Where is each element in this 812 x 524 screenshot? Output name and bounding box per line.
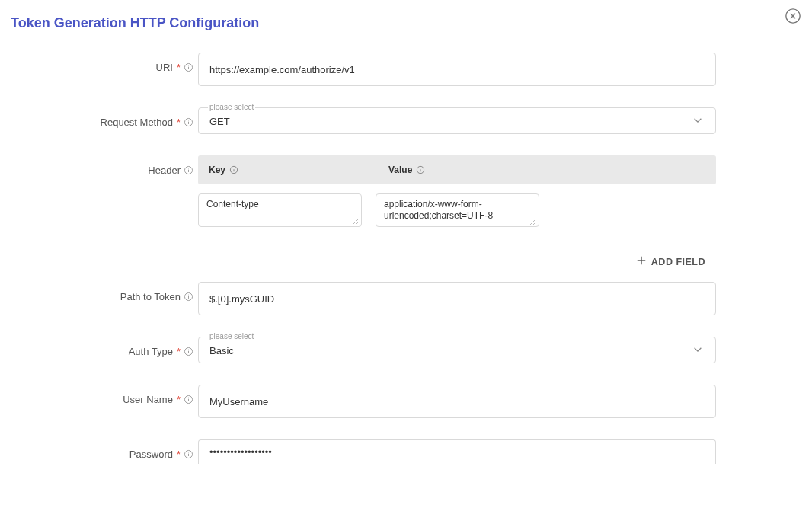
select-placeholder: please select	[208, 103, 255, 111]
info-icon[interactable]	[183, 117, 193, 128]
required-indicator: *	[177, 62, 181, 73]
svg-line-18	[353, 219, 359, 225]
info-icon[interactable]	[183, 292, 193, 302]
svg-point-29	[188, 349, 189, 350]
info-icon[interactable]	[183, 449, 193, 460]
select-placeholder: please select	[208, 332, 255, 340]
info-icon[interactable]	[183, 62, 193, 73]
user-name-input[interactable]	[198, 385, 716, 418]
svg-point-32	[188, 397, 189, 398]
svg-line-20	[530, 219, 536, 225]
required-indicator: *	[177, 117, 181, 128]
required-indicator: *	[177, 346, 181, 357]
required-indicator: *	[177, 394, 181, 405]
svg-line-21	[533, 222, 536, 225]
header-value-input[interactable]: application/x-www-form-urlencoded;charse…	[376, 193, 539, 227]
header-row: Content-type application/x-www-form-urle…	[198, 193, 716, 227]
add-field-button[interactable]: ADD FIELD	[636, 255, 705, 268]
user-name-label: User Name	[123, 394, 173, 405]
auth-type-label: Auth Type	[129, 346, 173, 357]
request-method-label: Request Method	[101, 117, 173, 128]
header-table-header: Key Value	[198, 155, 716, 184]
info-icon[interactable]	[229, 165, 239, 175]
info-icon[interactable]	[183, 165, 193, 176]
request-method-value: GET	[209, 113, 705, 127]
svg-point-11	[188, 168, 189, 168]
path-to-token-input[interactable]	[198, 282, 716, 315]
header-value-col: Value	[388, 165, 412, 175]
request-method-select[interactable]: please select GET	[198, 107, 716, 134]
auth-type-select[interactable]: please select Basic	[198, 337, 716, 363]
header-label: Header	[148, 165, 181, 176]
resize-handle-icon	[351, 216, 359, 224]
svg-point-17	[420, 168, 421, 168]
header-value-text: application/x-www-form-urlencoded;charse…	[384, 199, 493, 221]
page-title: Token Generation HTTP Configuration	[11, 15, 801, 31]
password-input[interactable]	[198, 439, 716, 464]
path-to-token-label: Path to Token	[120, 291, 181, 302]
resize-handle-icon	[529, 216, 536, 224]
plus-icon	[636, 255, 647, 268]
info-icon[interactable]	[415, 165, 426, 175]
header-key-text: Content-type	[206, 199, 259, 209]
svg-point-26	[188, 294, 189, 295]
add-field-label: ADD FIELD	[651, 257, 705, 267]
svg-line-19	[356, 222, 359, 225]
close-button[interactable]	[785, 8, 801, 24]
chevron-down-icon	[692, 114, 703, 127]
header-key-col: Key	[209, 165, 225, 175]
chevron-down-icon	[692, 343, 703, 356]
required-indicator: *	[177, 449, 181, 460]
uri-label: URI	[156, 62, 173, 73]
svg-point-14	[234, 168, 235, 168]
svg-point-5	[188, 65, 189, 66]
header-key-input[interactable]: Content-type	[198, 193, 362, 227]
svg-point-35	[188, 452, 189, 452]
uri-input[interactable]	[198, 53, 716, 86]
auth-type-value: Basic	[209, 342, 705, 356]
password-label: Password	[129, 449, 173, 460]
info-icon[interactable]	[183, 395, 193, 405]
svg-point-8	[188, 120, 189, 120]
info-icon[interactable]	[183, 347, 193, 357]
